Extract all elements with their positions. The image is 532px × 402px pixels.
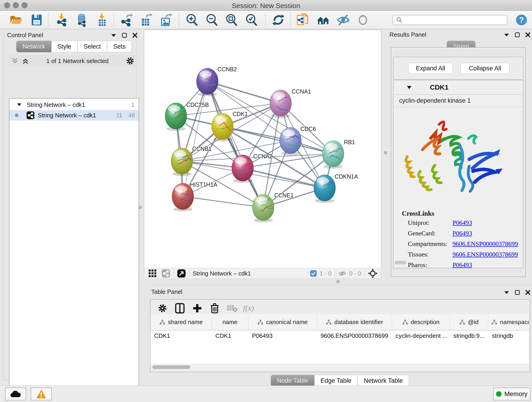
network-edge-CCNB2-CCNA1[interactable]: [207, 81, 281, 103]
export-network-button[interactable]: [119, 13, 134, 27]
cloud-status-button[interactable]: [5, 388, 26, 400]
hide-selected-button[interactable]: [336, 13, 351, 27]
open-session-button[interactable]: [8, 13, 23, 27]
function-builder-button[interactable]: f(x): [243, 304, 254, 313]
import-network-file-button[interactable]: [55, 13, 69, 27]
export-table-button[interactable]: [139, 13, 153, 27]
warning-status-button[interactable]: [31, 388, 52, 400]
create-column-button[interactable]: [191, 302, 204, 315]
apply-layout-button[interactable]: [271, 13, 286, 27]
entry-collapse-icon[interactable]: [406, 85, 412, 89]
zoom-out-button[interactable]: [205, 13, 219, 27]
collapse-all-button[interactable]: Collapse All: [461, 63, 510, 74]
tab-node-table[interactable]: Node Table: [271, 375, 314, 386]
panel-menu-icon[interactable]: [504, 32, 510, 37]
vertical-splitter-handle[interactable]: [138, 206, 142, 209]
network-node-HIST1H1A[interactable]: HIST1H1A: [172, 181, 217, 211]
panel-close-icon[interactable]: [132, 32, 138, 38]
table-options-button[interactable]: [156, 302, 169, 315]
column-header-name[interactable]: name: [212, 314, 248, 330]
show-all-button[interactable]: [355, 13, 370, 27]
network-node-RB1[interactable]: RB1: [322, 139, 355, 169]
table-cell[interactable]: CDK1: [212, 331, 248, 341]
network-share-gray-icon[interactable]: [162, 269, 170, 278]
selected-checkbox-icon[interactable]: [310, 270, 317, 277]
network-node-CCNB1[interactable]: CCNB1: [171, 146, 212, 176]
tab-network-table[interactable]: Network Table: [358, 375, 409, 386]
network-node-CCNE1[interactable]: CCNE1: [253, 192, 294, 222]
search-input[interactable]: [393, 15, 507, 25]
panel-float-icon[interactable]: [515, 290, 520, 295]
crosslink-value-link[interactable]: P06493: [452, 219, 472, 226]
export-image-button[interactable]: [158, 13, 173, 27]
zoom-in-button[interactable]: [185, 13, 199, 27]
open-in-new-window-icon[interactable]: [177, 269, 186, 278]
table-cell[interactable]: 9606.ENSP00000378699: [317, 331, 392, 341]
table-cell[interactable]: stringdb: [488, 331, 529, 341]
crosslink-value-link[interactable]: 9606.ENSP00000378699: [452, 240, 518, 247]
network-tree-root-row[interactable]: String Network – cdk1 1: [9, 99, 139, 110]
hidden-eye-icon[interactable]: [338, 270, 346, 277]
network-canvas[interactable]: CCNB2CCNA1CDC25BCDK1CDC6RB1CCNB1CCNA2CDK…: [144, 30, 381, 268]
clone-network-button[interactable]: [296, 13, 310, 27]
tab-select[interactable]: Select: [77, 41, 107, 52]
fit-content-crosshair-icon[interactable]: [368, 268, 378, 279]
column-header-namespace[interactable]: namespace: [488, 314, 529, 330]
import-network-icon: [55, 13, 69, 27]
import-table-button[interactable]: [95, 13, 109, 27]
tree-expand-icon[interactable]: [17, 103, 22, 107]
scrollbar-thumb[interactable]: [152, 365, 190, 369]
network-node-CCNA1[interactable]: CCNA1: [270, 88, 311, 118]
tab-sets[interactable]: Sets: [107, 41, 132, 52]
crosslink-value-link[interactable]: P06493: [452, 261, 472, 268]
column-header-canonical-name[interactable]: canonical name: [248, 314, 317, 330]
table-row[interactable]: CDK1CDK1P064939606.ENSP00000378699cyclin…: [151, 331, 529, 341]
crosslink-value-link[interactable]: P06493: [452, 230, 472, 237]
network-options-gear-icon[interactable]: [126, 57, 134, 65]
show-columns-button[interactable]: [173, 302, 186, 315]
table-cell[interactable]: P06493: [248, 331, 317, 341]
horizontal-splitter-handle[interactable]: [336, 280, 340, 283]
delete-column-button[interactable]: [208, 302, 221, 315]
panel-menu-icon[interactable]: [111, 33, 117, 38]
result-entry-header[interactable]: CDK1: [394, 80, 523, 95]
network-node-CDKN1A[interactable]: CDKN1A: [314, 173, 358, 203]
help-button[interactable]: ?: [514, 13, 529, 27]
panel-float-icon[interactable]: [122, 32, 127, 38]
network-node-CCNB2[interactable]: CCNB2: [196, 66, 237, 96]
table-horizontal-scrollbar[interactable]: [151, 364, 529, 370]
collapse-all-chevron-icon[interactable]: [11, 57, 19, 64]
import-network-database-button[interactable]: [74, 13, 89, 27]
network-edge-CCNB2-CCNE1[interactable]: [207, 81, 263, 207]
expand-all-chevron-icon[interactable]: [22, 57, 29, 64]
birds-eye-view-icon[interactable]: [148, 269, 157, 278]
zoom-selected-button[interactable]: [244, 13, 259, 27]
column-header-description[interactable]: description: [392, 314, 450, 330]
table-cell[interactable]: CDK1: [151, 331, 212, 341]
panel-close-icon[interactable]: [525, 290, 531, 295]
panel-float-icon[interactable]: [515, 32, 520, 38]
network-edge-CDK1-RB1[interactable]: [222, 127, 333, 154]
network-edge-HIST1H1A-CCNE1[interactable]: [183, 196, 263, 207]
network-node-CDC25B[interactable]: CDC25B: [165, 102, 209, 131]
tab-edge-table[interactable]: Edge Table: [314, 375, 358, 386]
zoom-fit-button[interactable]: [224, 13, 239, 27]
expand-all-button[interactable]: Expand All: [408, 63, 453, 74]
column-header-shared-name[interactable]: shared name: [151, 314, 212, 330]
entry-hscroll-thumb[interactable]: [395, 261, 405, 264]
memory-button[interactable]: Memory: [493, 388, 530, 400]
panel-menu-icon[interactable]: [504, 290, 510, 295]
first-neighbors-button[interactable]: [316, 13, 331, 27]
network-edge-CCNB2-HIST1H1A[interactable]: [183, 81, 207, 196]
tab-network[interactable]: Network: [16, 41, 51, 52]
panel-close-icon[interactable]: [525, 32, 531, 38]
crosslink-value-link[interactable]: 9606.ENSP00000378699: [452, 251, 518, 258]
delete-table-button[interactable]: [226, 302, 239, 315]
column-header--id[interactable]: @id: [450, 314, 488, 330]
table-cell[interactable]: cyclin-dependent ...: [392, 331, 450, 341]
column-header-database-identifier[interactable]: database identifier: [317, 314, 392, 330]
save-session-button[interactable]: [29, 13, 44, 27]
network-tree-child-row[interactable]: String Network – cdk1 11 48: [9, 110, 139, 121]
tab-style[interactable]: Style: [51, 41, 77, 52]
table-cell[interactable]: stringdb:9...: [450, 331, 488, 341]
